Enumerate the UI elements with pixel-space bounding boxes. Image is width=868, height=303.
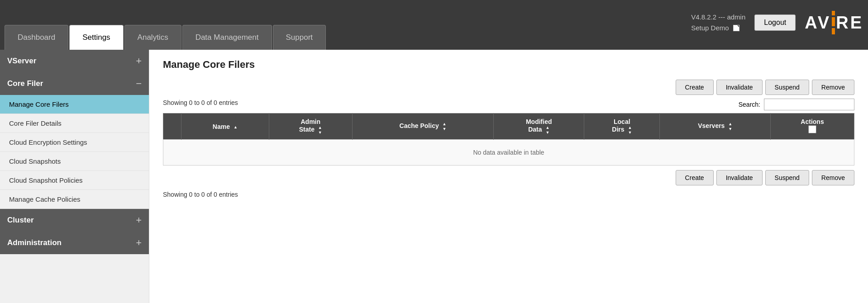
nav-tab-settings[interactable]: Settings <box>69 25 123 50</box>
remove-button-bottom[interactable]: Remove <box>812 170 854 185</box>
sidebar-section-label: Cluster <box>7 216 34 225</box>
sidebar-item-cloud-snapshot-policies[interactable]: Cloud Snapshot Policies <box>0 171 149 190</box>
sidebar-item-cloud-snapshots[interactable]: Cloud Snapshots <box>0 152 149 171</box>
suspend-button-top[interactable]: Suspend <box>765 80 809 95</box>
sidebar-section-icon: − <box>136 78 142 90</box>
sort-cache-policy-icon[interactable]: ▲▼ <box>443 122 447 131</box>
th-vservers[interactable]: Vservers ▲▼ <box>660 114 771 140</box>
no-data-row: No data available in table <box>163 140 854 166</box>
sidebar-section-label: Administration <box>7 238 62 247</box>
actions-checkbox[interactable] <box>808 125 816 133</box>
invalidate-button-bottom[interactable]: Invalidate <box>716 170 763 185</box>
sidebar-section-icon: + <box>136 55 142 67</box>
th-admin-state[interactable]: AdminState ▲▼ <box>269 114 352 140</box>
file-icon <box>733 25 739 31</box>
nav-tab-dashboard[interactable]: Dashboard <box>5 25 68 50</box>
nav-tabs: DashboardSettingsAnalyticsData Managemen… <box>5 0 326 50</box>
sidebar-section-cluster[interactable]: Cluster+ <box>0 209 149 232</box>
search-label: Search: <box>739 101 760 108</box>
sidebar-section-label: VServer <box>7 57 36 66</box>
search-input[interactable] <box>764 99 854 110</box>
sort-admin-state-icon[interactable]: ▲▼ <box>318 125 322 135</box>
version-text: V4.8.2.2 --- admin <box>691 12 745 23</box>
sidebar-item-manage-core-filers[interactable]: Manage Core Filers <box>0 95 149 114</box>
content-area: Manage Core Filers Search: Create Invali… <box>149 50 868 303</box>
table-header-row: Name ▲ AdminState ▲▼ Cache Policy <box>163 114 854 140</box>
logout-button[interactable]: Logout <box>754 14 796 31</box>
th-cache-policy[interactable]: Cache Policy ▲▼ <box>352 114 493 140</box>
sort-name-icon[interactable]: ▲ <box>234 125 238 129</box>
sidebar-section-label: Core Filer <box>7 79 43 88</box>
suspend-button-bottom[interactable]: Suspend <box>765 170 809 185</box>
setup-demo-text: Setup Demo <box>691 23 729 33</box>
sort-vservers-icon[interactable]: ▲▼ <box>728 122 732 131</box>
sidebar-section-icon: + <box>136 214 142 226</box>
sidebar-section-core-filer[interactable]: Core Filer− <box>0 72 149 95</box>
logo-bar-icon <box>832 11 835 34</box>
page-title: Manage Core Filers <box>163 59 854 71</box>
version-info: V4.8.2.2 --- admin Setup Demo <box>691 12 745 33</box>
sort-modified-data-icon[interactable]: ▲▼ <box>545 125 549 135</box>
sort-local-dirs-icon[interactable]: ▲▼ <box>628 125 632 135</box>
th-name[interactable]: Name ▲ <box>181 114 269 140</box>
sidebar-item-manage-cache-policies[interactable]: Manage Cache Policies <box>0 190 149 209</box>
nav-tab-support[interactable]: Support <box>273 25 326 50</box>
avere-logo: AV RE <box>805 11 863 34</box>
th-actions: Actions <box>771 114 854 140</box>
sidebar-section-vserver[interactable]: VServer+ <box>0 50 149 72</box>
nav-tab-analytics[interactable]: Analytics <box>124 25 181 50</box>
th-local-dirs[interactable]: LocalDirs ▲▼ <box>584 114 660 140</box>
core-filers-table: Name ▲ AdminState ▲▼ Cache Policy <box>163 113 854 166</box>
th-modified-data[interactable]: ModifiedData ▲▼ <box>494 114 584 140</box>
invalidate-button-top[interactable]: Invalidate <box>716 80 763 95</box>
create-button-bottom[interactable]: Create <box>676 170 714 185</box>
nav-tab-data-management[interactable]: Data Management <box>182 25 272 50</box>
sidebar-item-core-filer-details[interactable]: Core Filer Details <box>0 114 149 133</box>
no-data-cell: No data available in table <box>163 140 854 166</box>
sidebar-item-cloud-encryption-settings[interactable]: Cloud Encryption Settings <box>0 133 149 152</box>
th-checkbox <box>163 114 181 140</box>
showing-entries-bottom: Showing 0 to 0 of 0 entries <box>163 191 854 198</box>
sidebar: VServer+Core Filer−Manage Core FilersCor… <box>0 50 149 303</box>
create-button-top[interactable]: Create <box>676 80 714 95</box>
sidebar-section-icon: + <box>136 237 142 249</box>
remove-button-top[interactable]: Remove <box>812 80 854 95</box>
showing-entries-top: Showing 0 to 0 of 0 entries <box>163 99 238 106</box>
sidebar-section-administration[interactable]: Administration+ <box>0 232 149 254</box>
